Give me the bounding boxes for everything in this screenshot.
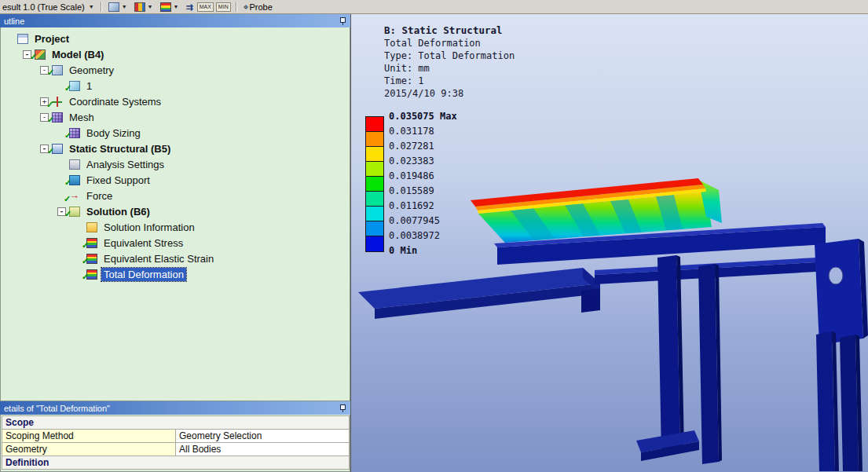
- legend-label: 0.019486: [389, 171, 434, 181]
- result-toolbar-label: esult: [2, 2, 20, 12]
- details-category-scope: Scope: [2, 416, 350, 430]
- tree-item-static-structural-b5[interactable]: -✓Static Structural (B5): [1, 141, 350, 156]
- pin-icon[interactable]: [339, 16, 346, 25]
- check-icon: ✓: [47, 68, 54, 77]
- check-icon: ✓: [47, 147, 54, 156]
- tree-item-label: Geometry: [67, 64, 116, 77]
- check-icon: ✓: [64, 84, 71, 93]
- tree-item-geometry[interactable]: -✓Geometry: [1, 62, 350, 78]
- max-annotation-button[interactable]: MAX: [197, 2, 214, 12]
- graphics-viewport[interactable]: B: Static Structural Total DeformationTy…: [350, 14, 868, 472]
- check-icon: ✓: [82, 273, 89, 281]
- details-row: Scope: [2, 416, 350, 430]
- body-icon: ✓: [69, 81, 80, 91]
- outline-titlebar: utline: [0, 14, 350, 27]
- details-panel: ScopeScoping MethodGeometry SelectionGeo…: [0, 415, 350, 472]
- result-toolbar: esult 1.0 (True Scale) ▼ ▼ ▼ ▼ ⇉ MAX MIN…: [0, 0, 868, 14]
- tree-item-label: Force: [84, 189, 115, 203]
- tree-item-analysis-settings[interactable]: Analysis Settings: [1, 156, 350, 172]
- chevron-down-icon: ▼: [146, 4, 155, 9]
- details-key-scoping-method: Scoping Method: [2, 430, 176, 443]
- legend-band: [366, 221, 383, 236]
- tree-item-label: Analysis Settings: [84, 158, 167, 171]
- tree-item-label: Body Sizing: [84, 126, 143, 140]
- check-icon: ✓: [82, 241, 89, 250]
- toolbar-separator: [236, 2, 237, 12]
- tree-item-solution-information[interactable]: Solution Information: [1, 219, 350, 235]
- tree-item-equivalent-elastic-strain[interactable]: ✓Equivalent Elastic Strain: [1, 251, 350, 266]
- legend-label: 0.031178: [389, 126, 434, 137]
- static-structural-icon: ✓: [52, 144, 63, 154]
- legend-band: [366, 192, 383, 207]
- tree-item-mesh[interactable]: -✓Mesh: [1, 109, 350, 125]
- left-panel-column: utline Project-✓Model (B4)-✓Geometry✓1+✓…: [0, 14, 350, 472]
- check-icon: ✓: [82, 257, 89, 265]
- legend-label: 0.023383: [389, 156, 434, 166]
- bolt-hole: [829, 267, 843, 284]
- body-sizing-icon: ✓: [69, 128, 80, 138]
- result-scale-value[interactable]: 1.0 (True Scale): [23, 2, 84, 12]
- geometry-cube-icon: [108, 2, 119, 12]
- tree-item-label: Mesh: [67, 111, 97, 124]
- edges-arrows-icon: ⇉: [185, 2, 192, 12]
- tree-item-label: 1: [84, 79, 94, 93]
- edges-display-button[interactable]: ⇉: [184, 2, 194, 13]
- tree-item-label: Solution Information: [101, 221, 197, 234]
- tree-item-label: Equivalent Elastic Strain: [101, 252, 216, 265]
- tree-item-total-deformation[interactable]: ✓Total Deformation: [1, 266, 350, 282]
- tree-item-label: Coordinate Systems: [67, 95, 163, 108]
- tree-item-coordinate-systems[interactable]: +✓Coordinate Systems: [1, 93, 350, 109]
- min-annotation-button[interactable]: MIN: [216, 2, 231, 12]
- probe-icon: ⌖: [244, 2, 249, 12]
- tree-item-solution-b6[interactable]: -✓Solution (B6): [1, 203, 350, 219]
- result-icon: ✓: [86, 269, 97, 280]
- legend-band: [366, 207, 383, 221]
- legend-label: 0.0038972: [389, 231, 440, 241]
- display-style-icon: [134, 2, 145, 12]
- tree-item-force[interactable]: ✓Force: [1, 188, 350, 203]
- force-icon: ✓: [69, 191, 80, 201]
- scale-dropdown-arrow-icon[interactable]: ▼: [87, 4, 96, 9]
- tree-item-label: Total Deformation: [101, 268, 186, 281]
- check-icon: ✓: [47, 115, 54, 124]
- tree-item-equivalent-stress[interactable]: ✓Equivalent Stress: [1, 235, 350, 251]
- annotation-line: Time: 1: [384, 75, 515, 87]
- tree-item-model-b4[interactable]: -✓Model (B4): [1, 46, 350, 62]
- fixed-support-icon: ✓: [69, 175, 80, 185]
- legend-label: 0.035075 Max: [389, 112, 457, 122]
- tree-item-project[interactable]: Project: [1, 31, 350, 46]
- tree-item-label: Model (B4): [49, 48, 106, 61]
- geometry-display-button[interactable]: ▼: [107, 2, 130, 13]
- pin-icon[interactable]: [339, 404, 346, 412]
- legend-band: [366, 236, 383, 251]
- solution-information-icon: [86, 222, 97, 232]
- details-table: ScopeScoping MethodGeometry SelectionGeo…: [2, 415, 350, 470]
- legend-band: [366, 117, 383, 132]
- tree-item-fixed-support[interactable]: ✓Fixed Support: [1, 172, 350, 188]
- legend-band: [366, 162, 383, 177]
- legend-color-bar: [365, 116, 384, 252]
- project-icon: [17, 34, 28, 44]
- contour-style-button[interactable]: ▼: [159, 2, 182, 13]
- legend-label: 0.015589: [389, 186, 434, 196]
- result-icon: ✓: [86, 254, 97, 264]
- legend-label: 0.011692: [389, 201, 434, 211]
- tree-item-1[interactable]: ✓1: [1, 78, 350, 93]
- tree-item-label: Equivalent Stress: [101, 236, 185, 250]
- mesh-icon: ✓: [52, 112, 63, 123]
- legend-band: [366, 177, 383, 192]
- probe-button[interactable]: ⌖ Probe: [242, 2, 274, 13]
- legend-band: [366, 132, 383, 147]
- check-icon: ✓: [64, 210, 71, 218]
- geometry-icon: ✓: [52, 65, 63, 75]
- legend-label: 0.0077945: [389, 216, 440, 226]
- contour-legend: 0.035075 Max0.0311780.0272810.0233830.01…: [365, 116, 384, 252]
- details-value-geometry[interactable]: All Bodies: [176, 443, 350, 456]
- details-value-scoping-method[interactable]: Geometry Selection: [176, 430, 350, 443]
- contour-style-icon: [160, 2, 171, 12]
- probe-label: Probe: [249, 2, 272, 12]
- tree-item-body-sizing[interactable]: ✓Body Sizing: [1, 125, 350, 141]
- display-style-button[interactable]: ▼: [133, 2, 156, 13]
- check-icon: ✓: [64, 131, 71, 140]
- analysis-settings-icon: [69, 159, 80, 170]
